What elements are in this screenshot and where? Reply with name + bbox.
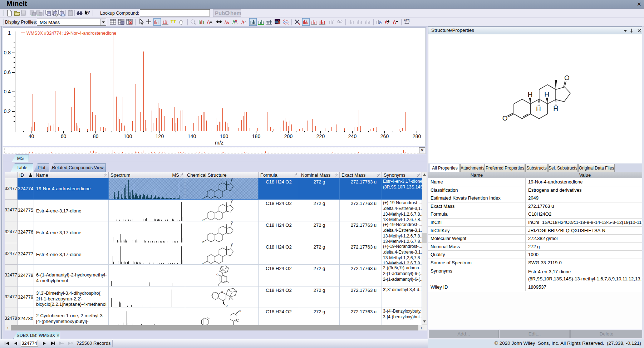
svg-text:160: 160 xyxy=(220,133,228,139)
svg-text:0.8: 0.8 xyxy=(4,50,11,55)
svg-text:180: 180 xyxy=(252,133,261,139)
svg-text:T: T xyxy=(173,19,176,24)
svg-text:T: T xyxy=(171,19,173,24)
svg-text:O: O xyxy=(564,74,570,82)
svg-text:H: H xyxy=(553,105,558,112)
svg-text:100: 100 xyxy=(124,133,132,139)
svg-text:O: O xyxy=(216,273,218,276)
svg-text:WMS3X #324774; 19-Nor-4-andros: WMS3X #324774; 19-Nor-4-androstenedione xyxy=(26,31,117,36)
svg-text:O: O xyxy=(231,178,233,180)
svg-text:O: O xyxy=(202,197,204,200)
svg-text:240: 240 xyxy=(348,133,357,139)
svg-text:O: O xyxy=(202,262,204,265)
svg-text:60: 60 xyxy=(61,133,67,139)
svg-text:?: ? xyxy=(87,10,90,15)
svg-text:O: O xyxy=(231,243,233,245)
svg-text:140: 140 xyxy=(188,133,196,139)
svg-text:40: 40 xyxy=(29,133,34,139)
svg-text:220: 220 xyxy=(316,133,325,139)
svg-text:260: 260 xyxy=(380,133,389,139)
svg-text:0.4: 0.4 xyxy=(4,89,11,94)
svg-text:1: 1 xyxy=(8,30,11,36)
svg-text:O: O xyxy=(231,221,233,224)
svg-text:H: H xyxy=(544,90,549,98)
svg-text:O: O xyxy=(502,114,508,122)
svg-text:0.2: 0.2 xyxy=(4,108,11,114)
svg-text:120: 120 xyxy=(156,133,164,139)
svg-text:O: O xyxy=(239,310,241,313)
svg-text:m/z: m/z xyxy=(215,139,223,146)
svg-text:H: H xyxy=(536,105,541,113)
svg-text:O: O xyxy=(202,241,204,243)
svg-text:O: O xyxy=(202,219,204,221)
svg-text:280: 280 xyxy=(413,133,421,139)
svg-text:O: O xyxy=(231,200,233,202)
svg-text:H: H xyxy=(528,91,533,98)
svg-text:O: O xyxy=(221,290,223,294)
svg-text:80: 80 xyxy=(93,133,99,139)
svg-text:200: 200 xyxy=(284,133,293,139)
svg-text:0.6: 0.6 xyxy=(4,69,11,75)
svg-text:O: O xyxy=(226,304,228,307)
svg-text:ATR: ATR xyxy=(404,19,410,22)
